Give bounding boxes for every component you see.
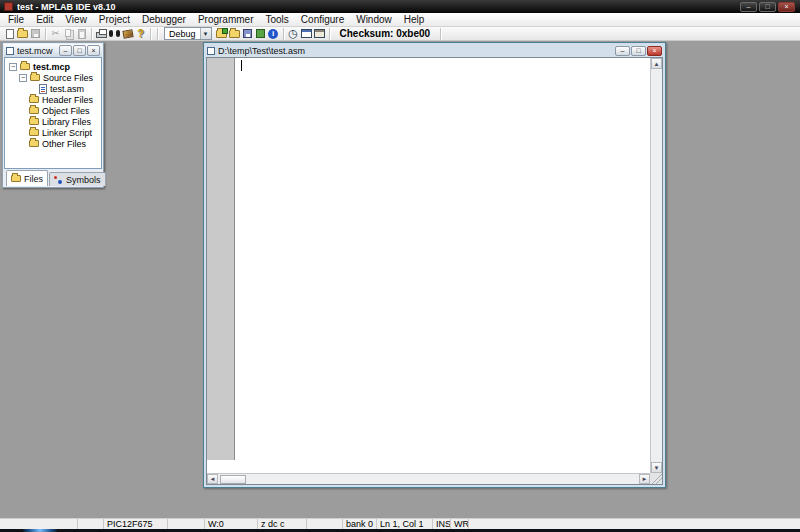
editor-window-controls: – □ ×	[615, 46, 662, 56]
window-title: test - MPLAB IDE v8.10	[17, 2, 740, 12]
tree-item-header-files[interactable]: Header Files	[29, 94, 101, 105]
save-file-button[interactable]	[29, 27, 42, 40]
cut-icon: ✂	[52, 29, 60, 38]
folder-icon	[29, 107, 39, 114]
scroll-right-icon[interactable]: ►	[639, 474, 650, 484]
titlebar: test - MPLAB IDE v8.10 – □ ×	[0, 0, 800, 13]
scroll-up-icon[interactable]: ▲	[651, 58, 662, 69]
project-window-icon	[6, 47, 14, 55]
open-file-icon	[17, 30, 28, 38]
resize-grip[interactable]	[650, 473, 662, 484]
tab-label: Symbols	[66, 175, 101, 185]
tree-item-label: Object Files	[42, 106, 90, 116]
editor-window-icon	[207, 47, 215, 55]
build-options-button[interactable]: i	[267, 27, 280, 40]
tree-item-library-files[interactable]: Library Files	[29, 116, 101, 127]
editor-window-title: D:\temp\Test\test.asm	[218, 46, 612, 56]
copy-button[interactable]	[62, 27, 75, 40]
project-new-icon	[216, 30, 227, 38]
menu-project[interactable]: Project	[93, 13, 136, 26]
stopwatch-button[interactable]: ◷	[287, 27, 300, 40]
editor-gutter	[207, 58, 235, 460]
editor-minimize-button[interactable]: –	[615, 46, 630, 56]
minimize-button[interactable]: –	[740, 2, 757, 12]
tree-item-label: test.mcp	[33, 62, 70, 72]
project-save-button[interactable]	[241, 27, 254, 40]
tree-item-object-files[interactable]: Object Files	[29, 105, 101, 116]
vertical-scrollbar[interactable]: ▲ ▼	[650, 58, 662, 473]
find-next-button[interactable]	[121, 27, 134, 40]
memory-window-button[interactable]	[300, 27, 313, 40]
memory-window-icon	[301, 29, 312, 38]
editor-titlebar[interactable]: D:\temp\Test\test.asm – □ ×	[206, 45, 663, 57]
symbols-tab-icon	[54, 175, 63, 184]
find-button[interactable]	[108, 27, 121, 40]
folder-icon	[29, 140, 39, 147]
tree-item-label: Source Files	[43, 73, 93, 83]
status-cell	[78, 519, 104, 529]
file-icon	[39, 84, 47, 94]
toolbar-separator	[157, 28, 158, 40]
menu-debugger[interactable]: Debugger	[136, 13, 192, 26]
open-file-button[interactable]	[16, 27, 29, 40]
tab-symbols[interactable]: Symbols	[49, 172, 106, 186]
menu-window[interactable]: Window	[350, 13, 398, 26]
tree-item-project[interactable]: − test.mcp	[9, 61, 101, 72]
stopwatch-icon: ◷	[288, 28, 298, 39]
help-button[interactable]: ?	[134, 27, 147, 40]
print-button[interactable]	[95, 27, 108, 40]
status-write-mode: WR	[451, 519, 469, 529]
menu-file[interactable]: File	[2, 13, 30, 26]
close-button[interactable]: ×	[778, 2, 795, 12]
scroll-down-icon[interactable]: ▼	[651, 462, 662, 473]
status-bar: PIC12F675 W:0 z dc c bank 0 Ln 1, Col 1 …	[0, 518, 800, 529]
project-minimize-button[interactable]: –	[59, 45, 72, 56]
editor-close-button[interactable]: ×	[647, 46, 662, 56]
horizontal-scrollbar[interactable]: ◄ ►	[207, 473, 650, 484]
tree-item-label: Linker Script	[42, 128, 92, 138]
project-window-titlebar[interactable]: test.mcw – □ ×	[4, 44, 102, 57]
new-file-button[interactable]	[3, 27, 16, 40]
status-cell	[307, 519, 343, 529]
toolbar-separator	[283, 28, 284, 40]
menu-view[interactable]: View	[59, 13, 93, 26]
code-editor[interactable]	[237, 59, 648, 471]
find-icon	[109, 30, 120, 37]
project-tab-strip: Files Symbols	[4, 169, 102, 186]
cut-button[interactable]: ✂	[49, 27, 62, 40]
tree-item-label: Other Files	[42, 139, 86, 149]
build-button[interactable]	[254, 27, 267, 40]
status-insert-mode: INS	[433, 519, 451, 529]
toolbar-separator	[91, 28, 92, 40]
watch-window-button[interactable]	[313, 27, 326, 40]
editor-body: ▲ ▼ ◄ ►	[206, 57, 663, 485]
scroll-left-icon[interactable]: ◄	[207, 474, 218, 484]
project-open-button[interactable]	[228, 27, 241, 40]
tree-item-test-asm[interactable]: test.asm	[39, 83, 101, 94]
project-restore-button[interactable]: □	[73, 45, 86, 56]
expander-icon[interactable]: −	[9, 63, 17, 71]
tree-item-linker-script[interactable]: Linker Script	[29, 127, 101, 138]
menu-configure[interactable]: Configure	[295, 13, 350, 26]
tree-item-source-files[interactable]: − Source Files	[19, 72, 101, 83]
expander-icon[interactable]: −	[19, 74, 27, 82]
mdi-client-area: test.mcw – □ × − test.mcp − Source Files	[0, 41, 800, 518]
paste-button[interactable]	[75, 27, 88, 40]
project-new-button[interactable]	[215, 27, 228, 40]
scrollbar-thumb[interactable]	[220, 475, 246, 484]
tab-files[interactable]: Files	[6, 170, 48, 186]
menu-programmer[interactable]: Programmer	[192, 13, 260, 26]
tree-item-other-files[interactable]: Other Files	[29, 138, 101, 149]
project-close-button[interactable]: ×	[87, 45, 100, 56]
debug-mode-select[interactable]: Debug ▼	[164, 27, 212, 40]
chevron-down-icon[interactable]: ▼	[200, 28, 211, 39]
menu-help[interactable]: Help	[398, 13, 431, 26]
maximize-button[interactable]: □	[759, 2, 776, 12]
menu-tools[interactable]: Tools	[259, 13, 294, 26]
tree-item-label: Header Files	[42, 95, 93, 105]
editor-maximize-button[interactable]: □	[631, 46, 646, 56]
save-file-icon	[31, 29, 40, 38]
menu-edit[interactable]: Edit	[30, 13, 59, 26]
project-open-icon	[229, 30, 240, 38]
project-window-controls: – □ ×	[59, 45, 100, 56]
